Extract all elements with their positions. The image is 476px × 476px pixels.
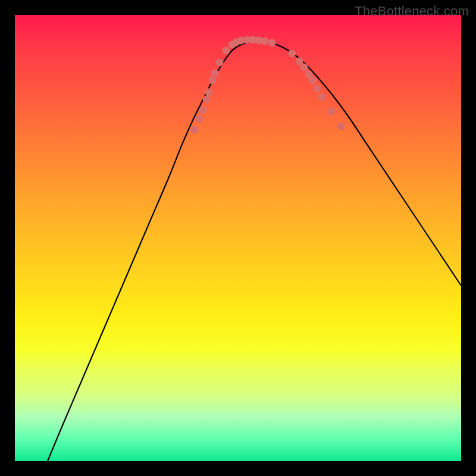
curve-dot bbox=[191, 126, 199, 134]
curve-dot bbox=[309, 77, 317, 84]
curve-dot bbox=[328, 108, 336, 115]
bottleneck-curve bbox=[48, 41, 461, 461]
curve-dot bbox=[216, 59, 224, 67]
curve-dot bbox=[314, 85, 321, 93]
curve-dot bbox=[199, 107, 207, 114]
curve-dot bbox=[209, 77, 217, 84]
watermark-text: TheBottleneck.com bbox=[355, 4, 469, 19]
curve-dot bbox=[261, 37, 269, 45]
curve-dots-group bbox=[191, 36, 345, 134]
curve-dot bbox=[211, 70, 219, 77]
curve-dot bbox=[337, 123, 345, 130]
chart-frame bbox=[15, 15, 461, 461]
curve-dot bbox=[205, 89, 213, 96]
curve-dot bbox=[289, 50, 296, 58]
curve-dot bbox=[223, 47, 230, 55]
bottleneck-chart bbox=[15, 15, 461, 461]
curve-dot bbox=[268, 39, 276, 47]
curve-dot bbox=[203, 96, 211, 104]
curve-dot bbox=[300, 64, 308, 71]
curve-dot bbox=[196, 115, 203, 123]
curve-dot bbox=[318, 93, 326, 101]
